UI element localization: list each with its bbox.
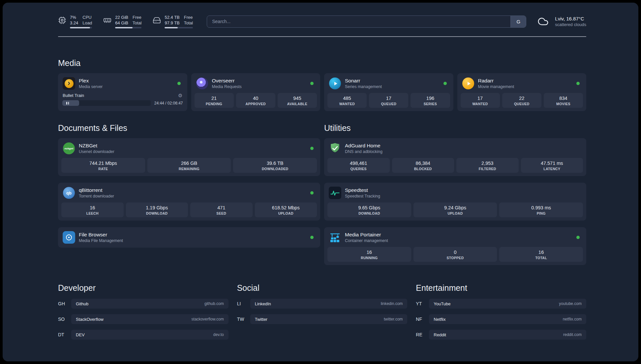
stat-tile: 17 WANTED <box>461 93 500 108</box>
bookmark-stackoverflow[interactable]: SO StackOverflow stackoverflow.com <box>58 314 229 324</box>
stat-tile: 47.571 ms LATENCY <box>521 158 583 173</box>
service-description: DNS and adblocking <box>345 149 382 154</box>
bookmark-abbr: LI <box>237 301 250 306</box>
bookmark-linkedin[interactable]: LI LinkedIn linkedin.com <box>237 299 408 309</box>
service-name: Radarr <box>478 78 514 84</box>
service-card-adguard[interactable]: AdGuard Home DNS and adblocking 498,461 … <box>324 138 586 176</box>
service-name: Plex <box>79 78 103 84</box>
service-card-portainer[interactable]: Media Portainer Container management 16 … <box>324 227 586 265</box>
status-dot <box>443 82 447 85</box>
stat-tile: 22 QUEUED <box>502 93 541 108</box>
bookmark-reddit[interactable]: RE Reddit reddit.com <box>416 330 586 340</box>
cpu-usage-value: 7% <box>70 15 78 20</box>
bookmark-domain: twitter.com <box>384 317 403 321</box>
nzbget-icon: nzbget <box>63 142 75 155</box>
dashboard: 7% 3.24 CPU Load <box>3 3 638 361</box>
service-card-qbittorrent[interactable]: qb qBittorrent Torrent downloader 16 LEE… <box>58 183 320 221</box>
bookmark-name: Github <box>76 301 88 306</box>
service-name: Speedtest <box>345 187 380 193</box>
bookmark-dev[interactable]: DT DEV dev.to <box>58 330 229 340</box>
bookmark-name: Twitter <box>255 317 267 322</box>
bookmark-abbr: TW <box>237 317 250 322</box>
section-title-utilities: Utilities <box>324 123 586 133</box>
service-card-overseerr[interactable]: Overseerr Media Requests 21 PENDING 40 A… <box>191 73 320 111</box>
cpu-load-value: 3.24 <box>70 20 78 26</box>
stat-tile: 471 SEED <box>190 202 253 217</box>
bookmark-name: Reddit <box>434 332 446 337</box>
stat-tile: 16 LEECH <box>61 202 124 217</box>
bookmark-name: Netflix <box>434 317 445 322</box>
disk-free-value: 52.4 TB <box>165 15 179 20</box>
filebrowser-icon <box>63 231 75 244</box>
cpu-label: CPU <box>82 15 92 20</box>
resource-widget-disk: 52.4 TB 97.9 TB Free Total <box>153 15 193 28</box>
overseerr-icon <box>196 77 208 90</box>
weather-widget: Lviv, 16.87°C scattered clouds <box>535 16 586 27</box>
bookmark-github[interactable]: GH Github github.com <box>58 299 229 309</box>
radarr-icon <box>462 77 474 90</box>
stat-tile: 266 GB REMAINING <box>147 158 231 173</box>
service-description: Series management <box>345 84 382 89</box>
memory-icon <box>103 15 111 24</box>
service-name: Overseerr <box>212 78 242 84</box>
plex-icon <box>63 77 75 90</box>
bookmark-group-social: Social LI LinkedIn linkedin.com TW Twitt… <box>237 283 408 345</box>
gear-icon[interactable]: ⚙ <box>178 93 182 98</box>
service-description: Container management <box>345 238 388 243</box>
stat-tile: 9.24 Gbps UPLOAD <box>413 202 497 217</box>
bookmark-abbr: YT <box>416 301 429 306</box>
disk-usage-bar <box>165 27 193 28</box>
section-title-media: Media <box>58 58 586 68</box>
service-card-speedtest[interactable]: Speedtest Speedtest Tracking 9.65 Gbps D… <box>324 183 586 221</box>
bookmark-abbr: RE <box>416 332 429 337</box>
bookmark-group-developer: Developer GH Github github.com SO StackO… <box>58 283 229 345</box>
service-card-sonarr[interactable]: Sonarr Series management 485 WANTED 17 Q… <box>324 73 453 111</box>
stat-tile: 17 QUEUED <box>369 93 408 108</box>
bookmark-name: DEV <box>76 332 85 337</box>
service-card-radarr[interactable]: Radarr Movie management 17 WANTED 22 QUE… <box>457 73 587 111</box>
plex-now-playing: Bullet Train ⚙ 24:44 / 02:06:47 <box>61 93 184 106</box>
section-title-documents: Documents & Files <box>58 123 320 133</box>
stat-tile: 21 PENDING <box>195 93 234 108</box>
search-provider-button[interactable]: G <box>510 16 526 27</box>
resource-widget-memory: 22 GiB 64 GiB Free Total <box>103 15 141 28</box>
bookmark-youtube[interactable]: YT YouTube youtube.com <box>416 299 586 309</box>
service-card-plex[interactable]: Plex Media server Bullet Train ⚙ <box>58 73 187 111</box>
pause-icon[interactable] <box>66 100 69 106</box>
memory-total-label: Total <box>133 20 141 26</box>
playback-time: 24:44 / 02:06:47 <box>154 101 183 106</box>
now-playing-title: Bullet Train <box>63 93 84 98</box>
stat-tile: 834 MOVIES <box>544 93 583 108</box>
cpu-icon <box>58 15 66 24</box>
playback-progress-bar[interactable] <box>62 100 151 106</box>
bookmark-twitter[interactable]: TW Twitter twitter.com <box>237 314 408 324</box>
service-name: File Browser <box>79 232 123 238</box>
status-dot <box>177 82 181 85</box>
bookmark-name: YouTube <box>434 301 450 306</box>
topbar-divider <box>58 36 586 37</box>
bookmark-domain: linkedin.com <box>381 301 403 306</box>
bookmark-domain: youtube.com <box>559 301 582 306</box>
service-description: Usenet downloader <box>79 149 114 154</box>
bookmark-abbr: SO <box>58 317 71 322</box>
status-dot <box>310 82 314 85</box>
search-input[interactable] <box>207 16 510 27</box>
stat-tile: 9.65 Gbps DOWNLOAD <box>327 202 411 217</box>
stat-tile: 498,461 QUERIES <box>327 158 390 173</box>
memory-usage-bar <box>115 27 141 28</box>
portainer-icon <box>329 231 341 244</box>
bookmark-netflix[interactable]: NF Netflix netflix.com <box>416 314 586 324</box>
service-card-filebrowser[interactable]: File Browser Media File Management <box>58 227 320 248</box>
stat-tile: 945 AVAILABLE <box>278 93 317 108</box>
cpu-load-label: Load <box>82 20 92 26</box>
service-card-nzbget[interactable]: nzbget NZBGet Usenet downloader 744.21 M… <box>58 138 320 176</box>
resource-widget-cpu: 7% 3.24 CPU Load <box>58 15 92 28</box>
weather-condition: scattered clouds <box>555 22 586 27</box>
section-title-developer: Developer <box>58 283 229 293</box>
memory-total-value: 64 GiB <box>115 20 128 26</box>
bookmark-group-entertainment: Entertainment YT YouTube youtube.com NF … <box>416 283 586 345</box>
stat-tile: 485 WANTED <box>327 93 367 108</box>
bookmark-domain: stackoverflow.com <box>192 317 224 321</box>
stat-tile: 39.6 TB DOWNLOADED <box>233 158 317 173</box>
bookmark-name: StackOverflow <box>76 317 104 322</box>
